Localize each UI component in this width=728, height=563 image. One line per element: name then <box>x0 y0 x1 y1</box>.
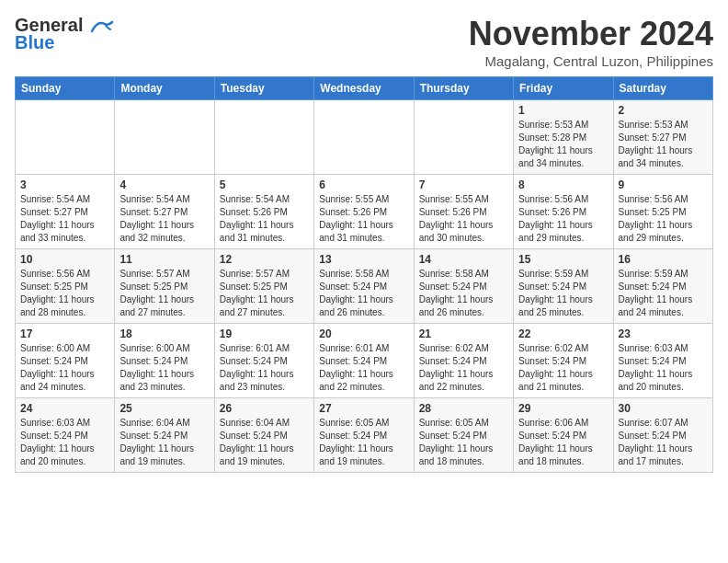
day-info: Sunrise: 5:54 AM Sunset: 5:26 PM Dayligh… <box>220 193 309 245</box>
day-number: 6 <box>319 178 408 191</box>
calendar-cell: 13Sunrise: 5:58 AM Sunset: 5:24 PM Dayli… <box>314 249 414 324</box>
calendar-cell: 9Sunrise: 5:56 AM Sunset: 5:25 PM Daylig… <box>613 175 712 249</box>
day-info: Sunrise: 6:00 AM Sunset: 5:24 PM Dayligh… <box>119 342 209 394</box>
day-info: Sunrise: 5:55 AM Sunset: 5:26 PM Dayligh… <box>419 193 508 245</box>
calendar-cell: 30Sunrise: 6:07 AM Sunset: 5:24 PM Dayli… <box>613 398 712 473</box>
day-info: Sunrise: 6:07 AM Sunset: 5:24 PM Dayligh… <box>619 417 708 468</box>
calendar-week-row: 10Sunrise: 5:56 AM Sunset: 5:25 PM Dayli… <box>16 249 713 324</box>
day-number: 20 <box>319 327 408 340</box>
calendar-week-row: 1Sunrise: 5:53 AM Sunset: 5:28 PM Daylig… <box>16 100 713 175</box>
calendar-cell: 19Sunrise: 6:01 AM Sunset: 5:24 PM Dayli… <box>214 324 313 398</box>
calendar-week-row: 17Sunrise: 6:00 AM Sunset: 5:24 PM Dayli… <box>16 324 713 398</box>
calendar-cell: 26Sunrise: 6:04 AM Sunset: 5:24 PM Dayli… <box>214 398 313 473</box>
day-number: 17 <box>20 327 109 340</box>
calendar-cell: 14Sunrise: 5:58 AM Sunset: 5:24 PM Dayli… <box>414 249 513 324</box>
day-info: Sunrise: 5:58 AM Sunset: 5:24 PM Dayligh… <box>319 268 408 319</box>
calendar-cell: 24Sunrise: 6:03 AM Sunset: 5:24 PM Dayli… <box>16 398 115 473</box>
day-info: Sunrise: 6:03 AM Sunset: 5:24 PM Dayligh… <box>619 342 708 394</box>
calendar-cell: 11Sunrise: 5:57 AM Sunset: 5:25 PM Dayli… <box>115 249 214 324</box>
day-number: 14 <box>419 253 508 266</box>
calendar-cell <box>16 100 115 175</box>
month-title: November 2024 <box>469 15 713 53</box>
calendar-body: 1Sunrise: 5:53 AM Sunset: 5:28 PM Daylig… <box>16 100 713 473</box>
day-number: 3 <box>20 178 109 191</box>
day-number: 29 <box>518 402 608 415</box>
day-number: 15 <box>518 253 608 266</box>
weekday-header-wednesday: Wednesday <box>314 77 414 100</box>
day-info: Sunrise: 5:59 AM Sunset: 5:24 PM Dayligh… <box>619 268 708 319</box>
day-info: Sunrise: 5:59 AM Sunset: 5:24 PM Dayligh… <box>518 268 608 319</box>
calendar-cell: 18Sunrise: 6:00 AM Sunset: 5:24 PM Dayli… <box>115 324 214 398</box>
calendar-cell: 5Sunrise: 5:54 AM Sunset: 5:26 PM Daylig… <box>214 175 313 249</box>
day-info: Sunrise: 5:54 AM Sunset: 5:27 PM Dayligh… <box>20 193 109 245</box>
calendar-cell: 25Sunrise: 6:04 AM Sunset: 5:24 PM Dayli… <box>115 398 214 473</box>
day-info: Sunrise: 6:02 AM Sunset: 5:24 PM Dayligh… <box>518 342 608 394</box>
calendar-cell: 10Sunrise: 5:56 AM Sunset: 5:25 PM Dayli… <box>16 249 115 324</box>
calendar-cell: 6Sunrise: 5:55 AM Sunset: 5:26 PM Daylig… <box>314 175 414 249</box>
day-info: Sunrise: 6:01 AM Sunset: 5:24 PM Dayligh… <box>319 342 408 394</box>
day-number: 26 <box>220 402 309 415</box>
calendar-cell: 20Sunrise: 6:01 AM Sunset: 5:24 PM Dayli… <box>314 324 414 398</box>
day-number: 23 <box>619 327 708 340</box>
day-number: 22 <box>518 327 608 340</box>
day-info: Sunrise: 6:03 AM Sunset: 5:24 PM Dayligh… <box>20 417 109 468</box>
day-number: 11 <box>119 253 209 266</box>
day-info: Sunrise: 6:02 AM Sunset: 5:24 PM Dayligh… <box>419 342 508 394</box>
day-info: Sunrise: 6:05 AM Sunset: 5:24 PM Dayligh… <box>319 417 408 468</box>
calendar-cell: 29Sunrise: 6:06 AM Sunset: 5:24 PM Dayli… <box>514 398 613 473</box>
day-number: 19 <box>220 327 309 340</box>
logo: General Blue <box>15 15 114 53</box>
calendar-cell <box>314 100 414 175</box>
day-info: Sunrise: 5:57 AM Sunset: 5:25 PM Dayligh… <box>119 268 209 319</box>
title-block: November 2024 Magalang, Central Luzon, P… <box>469 15 713 69</box>
day-info: Sunrise: 5:56 AM Sunset: 5:26 PM Dayligh… <box>518 193 608 245</box>
day-info: Sunrise: 6:00 AM Sunset: 5:24 PM Dayligh… <box>20 342 109 394</box>
day-info: Sunrise: 5:56 AM Sunset: 5:25 PM Dayligh… <box>619 193 708 245</box>
day-number: 2 <box>619 104 708 117</box>
calendar-cell <box>414 100 513 175</box>
day-number: 16 <box>619 253 708 266</box>
day-info: Sunrise: 5:56 AM Sunset: 5:25 PM Dayligh… <box>20 268 109 319</box>
day-number: 28 <box>419 402 508 415</box>
day-number: 8 <box>518 178 608 191</box>
weekday-header-saturday: Saturday <box>613 77 712 100</box>
calendar-cell: 8Sunrise: 5:56 AM Sunset: 5:26 PM Daylig… <box>514 175 613 249</box>
day-info: Sunrise: 5:53 AM Sunset: 5:28 PM Dayligh… <box>518 119 608 170</box>
day-info: Sunrise: 6:04 AM Sunset: 5:24 PM Dayligh… <box>220 417 309 468</box>
day-number: 12 <box>220 253 309 266</box>
calendar-cell: 1Sunrise: 5:53 AM Sunset: 5:28 PM Daylig… <box>514 100 613 175</box>
calendar-cell: 23Sunrise: 6:03 AM Sunset: 5:24 PM Dayli… <box>613 324 712 398</box>
day-info: Sunrise: 6:04 AM Sunset: 5:24 PM Dayligh… <box>119 417 209 468</box>
day-number: 1 <box>518 104 608 117</box>
day-number: 5 <box>220 178 309 191</box>
day-number: 9 <box>619 178 708 191</box>
calendar-cell: 16Sunrise: 5:59 AM Sunset: 5:24 PM Dayli… <box>613 249 712 324</box>
day-number: 13 <box>319 253 408 266</box>
calendar-cell <box>214 100 313 175</box>
day-info: Sunrise: 6:01 AM Sunset: 5:24 PM Dayligh… <box>220 342 309 394</box>
calendar-cell: 4Sunrise: 5:54 AM Sunset: 5:27 PM Daylig… <box>115 175 214 249</box>
calendar-cell: 17Sunrise: 6:00 AM Sunset: 5:24 PM Dayli… <box>16 324 115 398</box>
day-number: 25 <box>119 402 209 415</box>
day-info: Sunrise: 5:54 AM Sunset: 5:27 PM Dayligh… <box>119 193 209 245</box>
day-info: Sunrise: 5:53 AM Sunset: 5:27 PM Dayligh… <box>619 119 708 170</box>
calendar-cell: 22Sunrise: 6:02 AM Sunset: 5:24 PM Dayli… <box>514 324 613 398</box>
day-number: 10 <box>20 253 109 266</box>
calendar-cell: 21Sunrise: 6:02 AM Sunset: 5:24 PM Dayli… <box>414 324 513 398</box>
calendar-week-row: 24Sunrise: 6:03 AM Sunset: 5:24 PM Dayli… <box>16 398 713 473</box>
day-number: 30 <box>619 402 708 415</box>
calendar-table: SundayMondayTuesdayWednesdayThursdayFrid… <box>15 76 713 473</box>
location-subtitle: Magalang, Central Luzon, Philippines <box>469 53 713 69</box>
day-info: Sunrise: 5:57 AM Sunset: 5:25 PM Dayligh… <box>220 268 309 319</box>
calendar-cell: 12Sunrise: 5:57 AM Sunset: 5:25 PM Dayli… <box>214 249 313 324</box>
day-info: Sunrise: 5:58 AM Sunset: 5:24 PM Dayligh… <box>419 268 508 319</box>
day-number: 4 <box>119 178 209 191</box>
logo-blue: Blue <box>15 32 54 53</box>
logo-bird-icon <box>88 18 114 35</box>
calendar-week-row: 3Sunrise: 5:54 AM Sunset: 5:27 PM Daylig… <box>16 175 713 249</box>
day-number: 27 <box>319 402 408 415</box>
calendar-cell: 15Sunrise: 5:59 AM Sunset: 5:24 PM Dayli… <box>514 249 613 324</box>
day-number: 7 <box>419 178 508 191</box>
calendar-cell: 28Sunrise: 6:05 AM Sunset: 5:24 PM Dayli… <box>414 398 513 473</box>
weekday-header-tuesday: Tuesday <box>214 77 313 100</box>
